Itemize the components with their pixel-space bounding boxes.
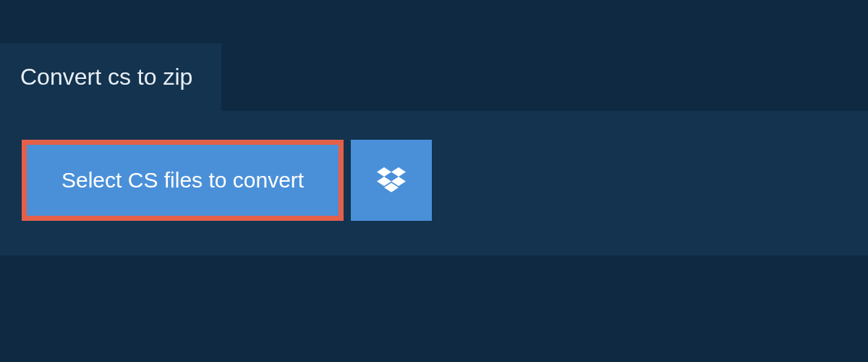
dropbox-button[interactable]: [351, 140, 432, 221]
tab-header: Convert cs to zip: [0, 43, 221, 111]
dropbox-icon: [377, 167, 406, 193]
conversion-panel: Select CS files to convert: [0, 111, 868, 256]
select-files-button[interactable]: Select CS files to convert: [22, 140, 344, 221]
select-files-label: Select CS files to convert: [61, 168, 304, 193]
tab-title: Convert cs to zip: [20, 64, 192, 90]
button-group: Select CS files to convert: [22, 140, 846, 221]
